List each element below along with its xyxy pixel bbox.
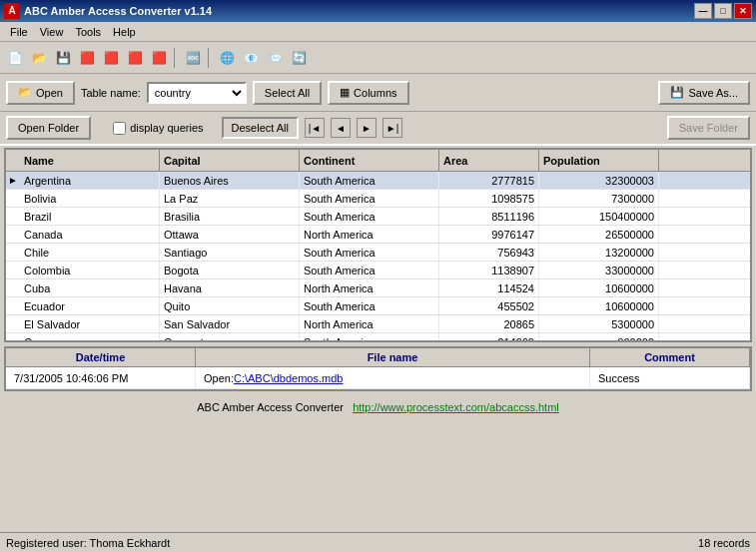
cell-population: 10600000	[539, 297, 659, 314]
table-row[interactable]: EcuadorQuitoSouth America45550210600000	[6, 297, 750, 315]
open-folder-button[interactable]: Open Folder	[6, 116, 91, 140]
footer-info: ABC Amber Access Converter http://www.pr…	[0, 395, 756, 419]
cell-capital: Quito	[160, 297, 300, 314]
toolbar-email[interactable]: 📧	[240, 47, 262, 69]
minimize-button[interactable]: —	[694, 3, 712, 19]
cell-population: 33000000	[539, 262, 659, 278]
table-row[interactable]: CanadaOttawaNorth America997614726500000	[6, 226, 750, 244]
cell-continent: North America	[300, 279, 439, 296]
footer-link[interactable]: http://www.processtext.com/abcaccss.html	[353, 401, 559, 413]
nav-next-button[interactable]: ►	[357, 118, 377, 138]
select-all-button[interactable]: Select All	[253, 81, 322, 105]
maximize-button[interactable]: □	[714, 3, 732, 19]
save-as-button[interactable]: 💾 Save As...	[658, 81, 750, 105]
table-name-select[interactable]: country	[147, 82, 247, 104]
toolbar-open[interactable]: 📂	[28, 47, 50, 69]
cell-name: Guyana	[20, 333, 160, 340]
log-header-filename: File name	[196, 348, 590, 366]
status-registered: Registered user: Thoma Eckhardt	[6, 537, 698, 549]
cell-area: 1138907	[439, 262, 539, 278]
toolbar-sep2	[208, 48, 212, 68]
cell-capital: Bogota	[160, 262, 300, 278]
cell-area: 9976147	[439, 226, 539, 243]
cell-continent: North America	[300, 315, 439, 332]
log-filename-link[interactable]: C:\ABC\dbdemos.mdb	[234, 372, 343, 384]
cell-capital: La Paz	[160, 190, 300, 207]
log-header-comment: Comment	[590, 348, 750, 366]
toolbar-red3[interactable]: 🟥	[124, 47, 146, 69]
toolbar-refresh[interactable]: 🔄	[288, 47, 310, 69]
open-button[interactable]: 📂 Open	[6, 81, 75, 105]
table-row[interactable]: El SalvadorSan SalvadorNorth America2086…	[6, 315, 750, 333]
table-row[interactable]: ColombiaBogotaSouth America1138907330000…	[6, 262, 750, 279]
cell-continent: South America	[300, 208, 439, 225]
table-row[interactable]: ChileSantiagoSouth America75694313200000	[6, 244, 750, 262]
table-row[interactable]: GuyanaGeorgetownSouth America21496980000…	[6, 333, 750, 340]
toolbar-globe[interactable]: 🌐	[216, 47, 238, 69]
cell-continent: North America	[300, 226, 439, 243]
cell-name: Bolivia	[20, 190, 160, 207]
cell-name: Ecuador	[20, 297, 160, 314]
cell-name: Brazil	[20, 208, 160, 225]
cell-continent: South America	[300, 172, 439, 189]
table-row[interactable]: CubaHavanaNorth America11452410600000	[6, 279, 750, 297]
menu-file[interactable]: File	[4, 24, 34, 40]
toolbar-new[interactable]: 📄	[4, 47, 26, 69]
action-bar-1: 📂 Open Table name: country Select All ▦ …	[0, 74, 756, 112]
cell-area: 114524	[439, 279, 539, 296]
col-header-area: Area	[439, 150, 539, 171]
cell-capital: Buenos Aires	[160, 172, 300, 189]
window-title: ABC Amber Access Converter v1.14	[24, 5, 212, 17]
nav-prev-button[interactable]: ◄	[331, 118, 351, 138]
grid-body[interactable]: ►ArgentinaBuenos AiresSouth America27778…	[6, 172, 750, 340]
cell-capital: Georgetown	[160, 333, 300, 340]
cell-name: El Salvador	[20, 315, 160, 332]
log-section: Date/time File name Comment 7/31/2005 10…	[4, 346, 752, 391]
cell-continent: South America	[300, 297, 439, 314]
save-icon: 💾	[670, 86, 684, 99]
open-icon: 📂	[18, 86, 32, 99]
data-grid: Name Capital Continent Area Population ►…	[4, 148, 752, 342]
display-queries-label[interactable]: display queries	[113, 122, 203, 135]
cell-name: Cuba	[20, 279, 160, 296]
toolbar-red4[interactable]: 🟥	[148, 47, 170, 69]
toolbar-red2[interactable]: 🟥	[100, 47, 122, 69]
nav-first-button[interactable]: |◄	[305, 118, 325, 138]
table-row[interactable]: ►ArgentinaBuenos AiresSouth America27778…	[6, 172, 750, 190]
toolbar-save[interactable]: 💾	[52, 47, 74, 69]
log-filename-prefix: Open:	[204, 372, 234, 384]
app-icon: A	[4, 3, 20, 19]
table-row[interactable]: BoliviaLa PazSouth America10985757300000	[6, 190, 750, 208]
menu-help[interactable]: Help	[107, 24, 142, 40]
display-queries-checkbox[interactable]	[113, 122, 126, 135]
nav-last-button[interactable]: ►|	[382, 118, 402, 138]
toolbar-abc[interactable]: 🔤	[182, 47, 204, 69]
cell-population: 5300000	[539, 315, 659, 332]
cell-population: 10600000	[539, 279, 659, 296]
close-button[interactable]: ✕	[734, 3, 752, 19]
cell-population: 7300000	[539, 190, 659, 207]
cell-continent: South America	[300, 244, 439, 261]
log-row: 7/31/2005 10:46:06 PM Open: C:\ABC\dbdem…	[6, 367, 750, 389]
cell-area: 1098575	[439, 190, 539, 207]
save-folder-button[interactable]: Save Folder	[667, 116, 750, 140]
menu-tools[interactable]: Tools	[69, 24, 107, 40]
columns-button[interactable]: ▦ Columns	[328, 81, 408, 105]
cell-capital: Brasilia	[160, 208, 300, 225]
cell-area: 214969	[439, 333, 539, 340]
cell-capital: Ottawa	[160, 226, 300, 243]
menu-view[interactable]: View	[34, 24, 70, 40]
cell-area: 756943	[439, 244, 539, 261]
cell-continent: South America	[300, 190, 439, 207]
cell-name: Colombia	[20, 262, 160, 278]
toolbar-email2[interactable]: 📨	[264, 47, 286, 69]
col-header-continent: Continent	[300, 150, 439, 171]
table-row[interactable]: BrazilBrasiliaSouth America8511196150400…	[6, 208, 750, 226]
log-header: Date/time File name Comment	[6, 348, 750, 367]
cell-population: 800000	[539, 333, 659, 340]
toolbar-red1[interactable]: 🟥	[76, 47, 98, 69]
menu-bar: File View Tools Help	[0, 22, 756, 42]
col-header-capital: Capital	[160, 150, 300, 171]
deselect-all-button[interactable]: Deselect All	[222, 117, 299, 139]
cell-name: Chile	[20, 244, 160, 261]
